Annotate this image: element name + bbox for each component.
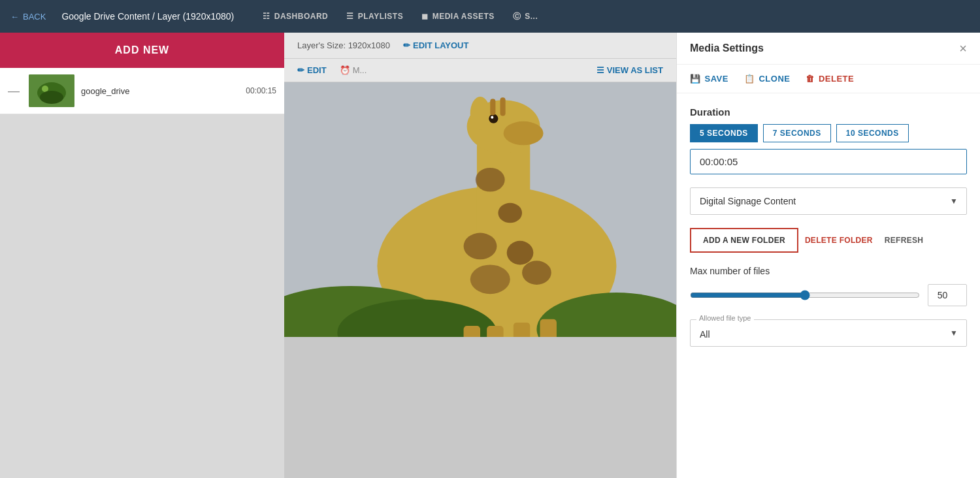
panel-title: Media Settings [690,42,764,54]
clone-button[interactable]: 📋 CLONE [744,74,791,84]
nav-media-assets[interactable]: ◼ MEDIA ASSETS [421,11,495,22]
add-folder-button[interactable]: ADD A NEW FOLDER [690,228,798,253]
left-sidebar: ADD NEW ― google_drive 00:00:15 [0,33,284,478]
file-type-section[interactable]: Allowed file type AllImagesVideosPDF ▼ [690,319,967,347]
svg-point-12 [476,168,505,192]
panel-body: Duration 5 SECONDS 7 SECONDS 10 SECONDS … [677,93,980,360]
refresh-button[interactable]: REFRESH [879,229,928,251]
max-files-input[interactable] [928,284,967,306]
duration-5s-button[interactable]: 5 SECONDS [690,124,758,142]
duration-buttons: 5 SECONDS 7 SECONDS 10 SECONDS [690,124,967,142]
delete-icon: 🗑 [806,74,815,84]
nav-schedule[interactable]: Ⓒ S... [513,11,538,22]
content-image [284,82,676,337]
max-files-label: Max number of files [690,266,967,276]
media-assets-icon: ◼ [421,12,429,21]
svg-point-17 [522,261,551,285]
duration-label: Duration [690,106,967,118]
duration-10s-button[interactable]: 10 SECONDS [836,124,909,142]
duration-section: Duration 5 SECONDS 7 SECONDS 10 SECONDS [690,106,967,174]
page-title: Google Drive Content / Layer (1920x1080) [61,11,234,22]
thumb-image [29,74,74,107]
back-label: BACK [23,12,46,22]
svg-rect-26 [500,97,506,116]
nav-sep: / [152,11,157,22]
svg-point-2 [42,86,48,92]
slider-wrap [690,289,920,302]
schedule-icon: Ⓒ [513,11,521,22]
duration-7s-button[interactable]: 7 SECONDS [763,124,831,142]
folder-actions: ADD A NEW FOLDER DELETE FOLDER REFRESH [690,228,967,253]
list-icon: ☰ [596,65,604,75]
duration-input[interactable] [690,149,967,174]
nav-dashboard[interactable]: ☷ DASHBOARD [263,11,328,22]
item-label: google_drive [81,86,239,96]
dashboard-icon: ☷ [263,12,270,21]
back-arrow-icon: ← [10,12,19,22]
center-content: Layer's Size: 1920x1080 ✏ EDIT LAYOUT ✏ … [284,33,676,478]
save-button[interactable]: 💾 SAVE [690,74,728,84]
clock-icon: ⏰ [340,65,350,75]
layer-size-label: Layer's Size: 1920x1080 [297,40,390,50]
item-duration: 00:00:15 [246,86,276,95]
nav-items: ☷ DASHBOARD ☰ PLAYLISTS ◼ MEDIA ASSETS Ⓒ… [263,11,538,22]
svg-rect-21 [464,326,480,337]
content-toolbar: ✏ EDIT ⏰ M... ☰ VIEW AS LIST [284,59,676,82]
svg-point-16 [470,264,510,294]
content-type-select[interactable]: Digital Signage ContentGoogle DriveOneDr… [690,187,967,215]
svg-rect-22 [487,326,503,337]
svg-point-10 [489,114,498,123]
main-layout: ADD NEW ― google_drive 00:00:15 [0,33,980,478]
svg-rect-24 [540,319,557,337]
delete-folder-button[interactable]: DELETE FOLDER [798,229,879,251]
svg-point-8 [504,121,544,146]
file-type-select[interactable]: AllImagesVideosPDF [690,319,967,347]
slider-row [690,284,967,306]
content-type-dropdown[interactable]: Digital Signage ContentGoogle DriveOneDr… [690,187,967,215]
drag-handle-icon[interactable]: ― [8,84,20,98]
close-button[interactable]: × [959,42,967,55]
svg-point-11 [491,116,493,119]
svg-point-9 [470,97,491,130]
pencil-icon: ✏ [403,40,410,50]
giraffe-svg [284,82,676,337]
iguana-icon [29,74,74,107]
svg-rect-23 [514,323,530,337]
max-files-section: Max number of files [690,266,967,306]
playlists-icon: ☰ [346,12,354,21]
svg-point-14 [464,233,497,260]
top-nav: ← BACK Google Drive Content / Layer (192… [0,0,980,33]
file-type-label: Allowed file type [696,314,754,322]
edit-button[interactable]: ✏ EDIT [297,65,327,75]
max-files-slider[interactable] [690,290,920,300]
more-button[interactable]: ⏰ M... [340,65,367,75]
clone-icon: 📋 [744,74,755,84]
save-icon: 💾 [690,74,701,84]
svg-point-3 [40,91,63,104]
back-button[interactable]: ← BACK [10,12,46,22]
edit-icon: ✏ [297,65,304,75]
add-new-button[interactable]: ADD NEW [0,33,284,68]
layer-header: Layer's Size: 1920x1080 ✏ EDIT LAYOUT [284,33,676,59]
view-list-button[interactable]: ☰ VIEW AS LIST [596,65,663,75]
panel-actions: 💾 SAVE 📋 CLONE 🗑 DELETE [677,65,980,93]
panel-header: Media Settings × [677,33,980,65]
item-thumbnail [29,74,74,107]
right-panel: Media Settings × 💾 SAVE 📋 CLONE 🗑 DELETE… [676,33,980,478]
edit-layout-button[interactable]: ✏ EDIT LAYOUT [403,40,468,50]
svg-point-15 [507,241,534,265]
svg-point-13 [498,203,522,223]
list-item[interactable]: ― google_drive 00:00:15 [0,68,284,114]
svg-rect-25 [490,99,495,115]
nav-playlists[interactable]: ☰ PLAYLISTS [346,11,403,22]
delete-button[interactable]: 🗑 DELETE [806,74,854,84]
